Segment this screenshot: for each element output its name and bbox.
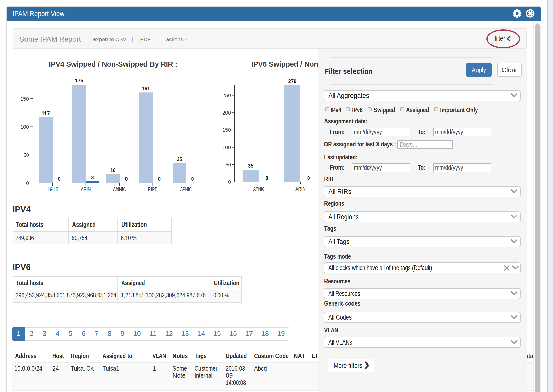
svg-text:More filters: More filters [334,362,362,369]
svg-text:Assigned: Assigned [406,106,429,114]
svg-text:mm/dd/yyyy: mm/dd/yyyy [435,164,463,171]
svg-text:All VLANs: All VLANs [328,339,352,346]
svg-text:IPv6: IPv6 [352,106,363,114]
svg-text:mm/dd/yyyy: mm/dd/yyyy [354,164,382,171]
svg-text:All Regions: All Regions [328,213,359,221]
svg-text:Generic codes: Generic codes [324,300,360,307]
svg-text:From:: From: [330,128,345,136]
svg-text:Clear: Clear [502,66,517,74]
svg-text:mm/dd/yyyy: mm/dd/yyyy [435,128,463,136]
svg-text:IPv4: IPv4 [331,106,341,114]
svg-text:Swipped: Swipped [374,106,395,114]
svg-text:All Resources: All Resources [328,290,360,297]
svg-text:To:: To: [418,163,425,171]
svg-text:Last updated:: Last updated: [324,153,357,161]
svg-text:All RIRs: All RIRs [328,188,351,195]
svg-text:Regions: Regions [324,200,344,207]
svg-text:Important Only: Important Only [440,106,478,114]
svg-text:RIR: RIR [324,175,334,183]
svg-text:OR assigned for last X days :: OR assigned for last X days : [324,140,396,148]
svg-text:Filter selection: Filter selection [324,67,373,75]
svg-text:Days...: Days... [400,141,417,148]
svg-text:Tags: Tags [324,225,336,232]
svg-text:From:: From: [330,163,345,171]
svg-text:Assignment date:: Assignment date: [324,117,367,125]
svg-text:All Tags: All Tags [328,238,349,245]
svg-text:Resources: Resources [324,277,350,285]
svg-text:To:: To: [418,128,425,136]
svg-text:All blocks which have all of t: All blocks which have all of the tags (D… [328,264,432,272]
svg-text:All Aggregates: All Aggregates [328,92,369,99]
svg-text:Apply: Apply [472,66,486,74]
svg-text:Tags mode: Tags mode [324,253,351,260]
svg-text:mm/dd/yyyy: mm/dd/yyyy [354,128,382,136]
svg-text:VLAN: VLAN [324,326,338,334]
svg-text:All Codes: All Codes [328,314,352,321]
